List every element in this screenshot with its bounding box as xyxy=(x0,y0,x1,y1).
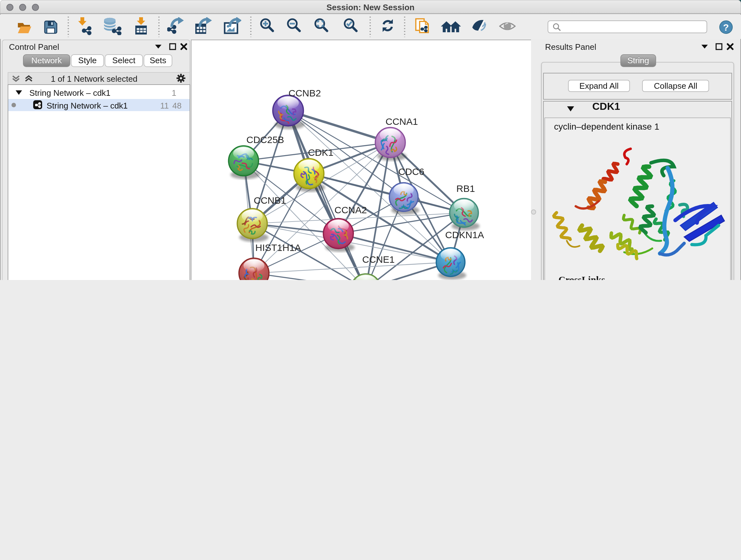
svg-text:CDKN1A: CDKN1A xyxy=(445,230,484,240)
svg-text:CDC25B: CDC25B xyxy=(246,134,284,145)
svg-text:HIST1H1A: HIST1H1A xyxy=(255,242,301,253)
svg-text:CCNB1: CCNB1 xyxy=(254,195,286,206)
svg-text:CCNA2: CCNA2 xyxy=(334,205,367,215)
svg-text:CCNE1: CCNE1 xyxy=(362,254,395,265)
svg-text:CDC6: CDC6 xyxy=(398,166,424,177)
svg-text:RB1: RB1 xyxy=(456,183,475,194)
svg-text:CCNB2: CCNB2 xyxy=(288,88,321,98)
svg-text:CDK1: CDK1 xyxy=(308,147,333,158)
svg-text:CCNA1: CCNA1 xyxy=(386,116,418,127)
